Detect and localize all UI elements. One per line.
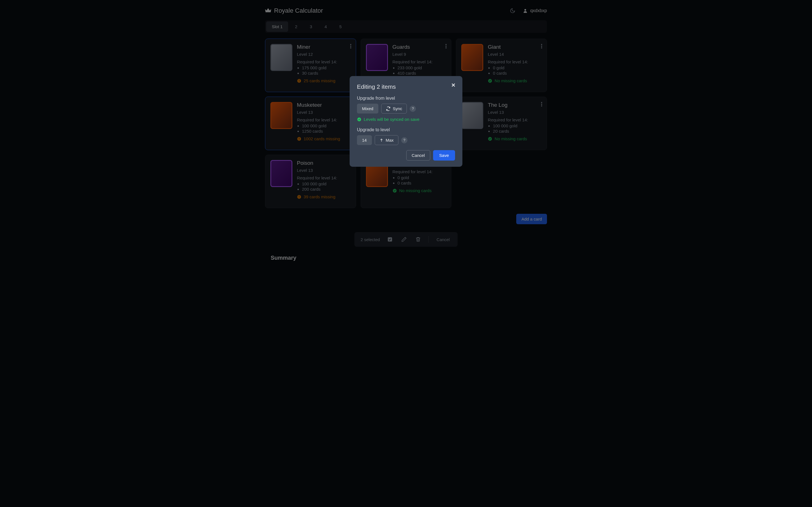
upgrade-from-label: Upgrade from level: [357, 96, 455, 101]
help-to-button[interactable]: ?: [401, 137, 407, 144]
upgrade-to-row: 14 Max ?: [357, 135, 455, 145]
question-icon: ?: [412, 107, 414, 111]
check-circle-icon: [357, 117, 361, 122]
sync-button[interactable]: Sync: [381, 104, 407, 114]
modal-overlay[interactable]: Editing 2 items Upgrade from level Mixed…: [0, 0, 812, 507]
save-button[interactable]: Save: [433, 150, 455, 161]
upgrade-from-row: Mixed Sync ?: [357, 104, 455, 114]
close-icon: [451, 82, 456, 88]
edit-modal: Editing 2 items Upgrade from level Mixed…: [350, 76, 462, 167]
question-icon: ?: [403, 138, 405, 142]
upgrade-to-label: Upgrade to level: [357, 127, 455, 132]
svg-point-32: [357, 117, 361, 121]
modal-title: Editing 2 items: [357, 83, 455, 90]
sync-icon: [386, 107, 391, 111]
sync-message: Levels will be synced on save: [357, 117, 455, 122]
arrow-up-icon: [379, 138, 384, 142]
upgrade-from-value[interactable]: Mixed: [357, 104, 378, 114]
upgrade-to-value[interactable]: 14: [357, 135, 372, 145]
cancel-button[interactable]: Cancel: [406, 150, 430, 161]
modal-close-button[interactable]: [449, 81, 457, 89]
max-button[interactable]: Max: [375, 135, 398, 145]
modal-actions: Cancel Save: [357, 150, 455, 161]
help-from-button[interactable]: ?: [410, 106, 416, 112]
